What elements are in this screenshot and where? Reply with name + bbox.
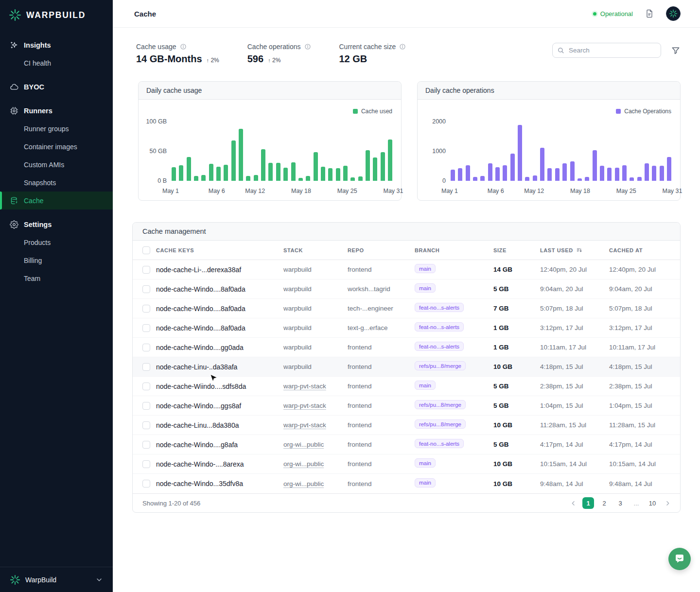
chevron-left-icon[interactable] <box>568 497 578 509</box>
table-row[interactable]: node-cache-Linu...8da380awarp-pvt-stackf… <box>133 416 680 435</box>
bar[interactable] <box>328 168 332 181</box>
column-header-stack[interactable]: STACK <box>283 247 348 253</box>
bar[interactable] <box>231 140 236 181</box>
bar[interactable] <box>495 167 500 181</box>
bar[interactable] <box>179 165 183 181</box>
table-row[interactable]: node-cache-Windo....8af0adawarpbuildtext… <box>133 318 680 338</box>
sidebar-item-runner-groups[interactable]: Runner groups <box>0 120 113 138</box>
avatar[interactable] <box>666 6 681 21</box>
filter-icon[interactable] <box>671 46 681 55</box>
bar[interactable] <box>570 161 575 181</box>
table-row[interactable]: node-cache-Windo....8af0adawarpbuildwork… <box>133 279 680 299</box>
chevron-right-icon[interactable] <box>663 497 672 509</box>
sidebar-item-insights[interactable]: Insights <box>0 36 113 54</box>
column-header-cached-at[interactable]: CACHED AT <box>609 247 680 253</box>
bar[interactable] <box>555 168 560 181</box>
sidebar-item-team[interactable]: Team <box>0 269 113 287</box>
bar[interactable] <box>381 152 385 181</box>
bar[interactable] <box>314 152 318 181</box>
bar[interactable] <box>488 163 492 181</box>
bar[interactable] <box>615 168 619 181</box>
table-row[interactable]: node-cache-Linu-..da38afawarpbuildfronte… <box>133 357 680 377</box>
table-row[interactable]: node-cache-Windo-....8arexaorg-wi...publ… <box>133 454 680 474</box>
page-button-2[interactable]: 2 <box>598 497 610 509</box>
row-checkbox[interactable] <box>142 480 150 488</box>
info-icon[interactable] <box>399 43 406 50</box>
bar[interactable] <box>343 166 348 181</box>
bar[interactable] <box>600 166 604 181</box>
bar[interactable] <box>276 163 280 181</box>
bar[interactable] <box>578 178 582 181</box>
bar[interactable] <box>466 165 470 181</box>
bar[interactable] <box>451 170 455 181</box>
sidebar-item-snapshots[interactable]: Snapshots <box>0 174 113 192</box>
bar[interactable] <box>321 167 325 181</box>
column-header-size[interactable]: SIZE <box>493 247 540 253</box>
row-checkbox[interactable] <box>142 460 150 468</box>
page-button-1[interactable]: 1 <box>582 497 594 509</box>
status-badge[interactable]: Operational <box>593 10 633 17</box>
sidebar-item-runners[interactable]: Runners <box>0 102 113 120</box>
bar[interactable] <box>306 176 310 181</box>
table-row[interactable]: node-cache-Windo...35dfv8aorg-wi...publi… <box>133 474 680 493</box>
row-checkbox[interactable] <box>142 441 150 449</box>
row-checkbox[interactable] <box>142 344 150 351</box>
document-icon[interactable] <box>645 9 654 18</box>
bar[interactable] <box>254 175 258 181</box>
bar[interactable] <box>562 163 567 181</box>
row-checkbox[interactable] <box>142 285 150 293</box>
bar[interactable] <box>652 166 656 181</box>
info-icon[interactable] <box>304 43 311 50</box>
bar[interactable] <box>645 163 649 181</box>
row-checkbox[interactable] <box>142 305 150 313</box>
bar[interactable] <box>350 177 355 181</box>
table-row[interactable]: node-cache-Li-...derexa38afwarpbuildfron… <box>133 260 680 279</box>
table-row[interactable]: node-cache-Windo....g8afaorg-wi...public… <box>133 435 680 454</box>
row-checkbox[interactable] <box>142 421 150 429</box>
sidebar-item-byoc[interactable]: BYOC <box>0 78 113 96</box>
table-row[interactable]: node-cache-Windo....8af0adawarpbuildtech… <box>133 299 680 318</box>
bar[interactable] <box>224 165 228 181</box>
bar[interactable] <box>268 163 273 181</box>
bar[interactable] <box>510 154 515 181</box>
bar[interactable] <box>209 164 213 181</box>
stack-cell[interactable]: warp-pvt-stack <box>283 421 348 429</box>
column-header-last-used[interactable]: LAST USED <box>540 247 609 254</box>
bar[interactable] <box>473 177 477 181</box>
sidebar-item-billing[interactable]: Billing <box>0 251 113 269</box>
select-all-checkbox[interactable] <box>142 246 150 254</box>
bar[interactable] <box>458 168 462 181</box>
info-icon[interactable] <box>180 43 187 50</box>
bar[interactable] <box>201 175 206 181</box>
column-header-branch[interactable]: BRANCH <box>415 247 493 253</box>
bar[interactable] <box>216 167 221 181</box>
bar[interactable] <box>388 139 392 181</box>
chat-launcher-button[interactable] <box>668 548 691 570</box>
bar[interactable] <box>283 168 288 181</box>
bar[interactable] <box>261 149 265 181</box>
page-button-10[interactable]: 10 <box>647 497 658 509</box>
bar[interactable] <box>336 168 340 181</box>
bar[interactable] <box>291 162 296 181</box>
org-switcher[interactable]: WarpBuild <box>0 567 113 592</box>
bar[interactable] <box>622 165 627 181</box>
bar[interactable] <box>637 177 642 181</box>
column-header-repo[interactable]: REPO <box>348 247 415 253</box>
stack-cell[interactable]: warp-pvt-stack <box>283 402 348 409</box>
bar[interactable] <box>667 157 671 181</box>
row-checkbox[interactable] <box>142 266 150 274</box>
bar[interactable] <box>547 168 552 181</box>
bar[interactable] <box>593 150 597 181</box>
bar[interactable] <box>525 177 529 181</box>
bar[interactable] <box>194 176 198 181</box>
bar[interactable] <box>540 148 544 181</box>
bar[interactable] <box>607 168 612 181</box>
sidebar-item-ci-health[interactable]: CI health <box>0 54 113 72</box>
stack-cell[interactable]: warp-pvt-stack <box>283 383 348 390</box>
bar[interactable] <box>187 157 191 181</box>
row-checkbox[interactable] <box>142 402 150 410</box>
stack-cell[interactable]: org-wi...public <box>283 441 348 448</box>
sidebar-item-custom-amis[interactable]: Custom AMIs <box>0 156 113 174</box>
bar[interactable] <box>518 125 522 181</box>
row-checkbox[interactable] <box>142 324 150 332</box>
